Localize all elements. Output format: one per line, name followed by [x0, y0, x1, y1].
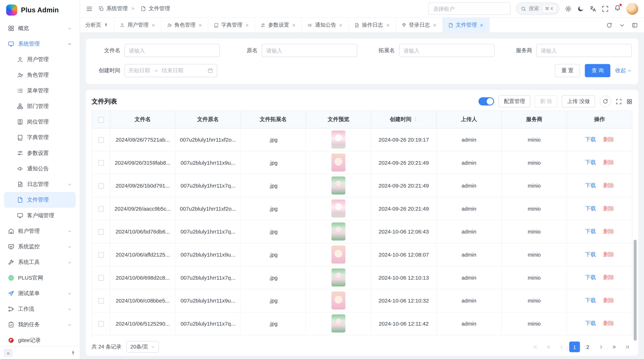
tab-close-icon[interactable]	[292, 23, 296, 27]
hamburger-menu-button[interactable]	[86, 5, 93, 12]
sidebar-item[interactable]: 参数设置	[4, 145, 76, 161]
sidebar-item[interactable]: 文件管理	[4, 192, 76, 208]
translate-icon[interactable]	[590, 5, 596, 12]
next-page-button[interactable]	[596, 342, 606, 352]
delete-link[interactable]: 删除	[603, 159, 614, 165]
notifications-button[interactable]	[614, 4, 621, 13]
tab-close-icon[interactable]	[339, 23, 343, 27]
filter-input[interactable]	[399, 44, 494, 57]
row-checkbox[interactable]	[98, 229, 104, 235]
file-preview-thumbnail[interactable]	[332, 315, 346, 333]
tab-close-icon[interactable]	[198, 23, 202, 27]
sidebar-item[interactable]: 系统管理	[4, 36, 76, 52]
row-checkbox[interactable]	[98, 321, 104, 327]
download-link[interactable]: 下载	[585, 228, 596, 234]
sidebar-pin-icon[interactable]	[70, 350, 76, 356]
file-preview-thumbnail[interactable]	[332, 269, 346, 287]
sidebar-item[interactable]: 字典管理	[4, 130, 76, 145]
layout-panel-icon[interactable]	[632, 22, 638, 28]
tab[interactable]: 文件管理	[442, 18, 490, 32]
tenant-select-input[interactable]	[428, 2, 510, 15]
tab-close-icon[interactable]	[479, 23, 484, 27]
delete-link[interactable]: 删除	[603, 251, 614, 257]
refresh-tab-icon[interactable]	[606, 22, 612, 28]
page-number-button[interactable]: 2	[582, 342, 593, 352]
tab[interactable]: 通知公告	[302, 18, 349, 32]
filter-input[interactable]	[124, 44, 220, 57]
date-range-picker[interactable]: 开始日期 结束日期	[124, 64, 217, 77]
sort-icon[interactable]	[413, 116, 418, 122]
download-link[interactable]: 下载	[585, 205, 596, 211]
sidebar-item[interactable]: 概览	[4, 20, 76, 36]
download-link[interactable]: 下载	[585, 159, 596, 165]
global-search-button[interactable]: 搜索 ⌘ K	[516, 2, 560, 15]
last-page-button[interactable]	[622, 342, 632, 352]
tab[interactable]: 字典管理	[208, 18, 255, 32]
tab[interactable]: 参数设置	[255, 18, 302, 32]
delete-link[interactable]: 删除	[603, 320, 614, 326]
sidebar-item[interactable]: 菜单管理	[4, 83, 76, 98]
tab-close-icon[interactable]	[386, 23, 390, 27]
page-size-select[interactable]: 20条/页	[126, 341, 159, 353]
row-checkbox[interactable]	[98, 206, 104, 212]
sidebar-item[interactable]: 客户端管理	[4, 208, 76, 223]
select-all-checkbox[interactable]	[98, 117, 104, 122]
sidebar-item[interactable]: 日志管理	[4, 176, 76, 192]
sidebar-item[interactable]: 岗位管理	[4, 114, 76, 130]
download-link[interactable]: 下载	[585, 182, 596, 188]
app-logo[interactable]: Plus Admin	[0, 0, 80, 20]
dark-mode-moon-icon[interactable]	[577, 5, 584, 12]
fast-next-button[interactable]	[609, 342, 620, 352]
sidebar-item[interactable]: 角色管理	[4, 67, 76, 83]
download-link[interactable]: 下载	[585, 320, 596, 326]
prev-page-button[interactable]	[556, 342, 567, 352]
sidebar-item[interactable]: gitee记录	[4, 333, 76, 346]
sidebar-item[interactable]: 用户管理	[4, 52, 76, 67]
settings-gear-icon[interactable]	[565, 5, 572, 12]
tab[interactable]: 分析页	[80, 18, 114, 32]
fullscreen-icon[interactable]	[602, 5, 609, 12]
row-checkbox[interactable]	[98, 183, 104, 189]
sidebar-item[interactable]: 通知公告	[4, 161, 76, 176]
tab-close-icon[interactable]	[151, 23, 156, 27]
download-link[interactable]: 下载	[585, 274, 596, 280]
sidebar-collapse-button[interactable]: «	[4, 349, 13, 357]
file-preview-thumbnail[interactable]	[332, 291, 346, 310]
delete-link[interactable]: 删除	[603, 205, 614, 211]
tab-close-icon[interactable]	[245, 23, 249, 27]
filter-input[interactable]	[536, 44, 632, 57]
tab[interactable]: 登录日志	[396, 18, 442, 32]
sidebar-item[interactable]: 租户管理	[4, 223, 76, 239]
file-preview-thumbnail[interactable]	[332, 130, 346, 149]
end-date-placeholder[interactable]: 结束日期	[162, 67, 183, 74]
delete-link[interactable]: 删除	[603, 228, 614, 234]
tab-close-icon[interactable]	[432, 23, 437, 27]
first-page-button[interactable]	[530, 342, 540, 352]
file-preview-thumbnail[interactable]	[332, 200, 346, 218]
delete-link[interactable]: 删除	[603, 297, 614, 303]
reset-button[interactable]: 重 置	[555, 64, 580, 77]
tab[interactable]: 用户管理	[114, 18, 161, 32]
row-checkbox[interactable]	[98, 160, 104, 166]
delete-link[interactable]: 删除	[603, 274, 614, 280]
tab-dropdown-chevron-icon[interactable]	[619, 22, 625, 28]
config-manage-button[interactable]: 配置管理	[498, 95, 530, 108]
tab[interactable]: 角色管理	[161, 18, 208, 32]
breadcrumb-item[interactable]: 系统管理	[98, 5, 128, 12]
row-checkbox[interactable]	[98, 252, 104, 258]
sidebar-item[interactable]: 系统监控	[4, 239, 76, 254]
collapse-filters-link[interactable]: 收起	[615, 67, 632, 74]
sidebar-item[interactable]: 工作流	[4, 301, 76, 317]
sidebar-item[interactable]: 系统工具	[4, 254, 76, 270]
toggle-switch[interactable]	[478, 97, 494, 105]
download-link[interactable]: 下载	[585, 297, 596, 303]
sidebar-item[interactable]: PLUS官网	[4, 270, 76, 286]
row-checkbox[interactable]	[98, 298, 104, 304]
file-preview-thumbnail[interactable]	[332, 222, 346, 241]
sidebar-item[interactable]: 部门管理	[4, 98, 76, 114]
file-preview-thumbnail[interactable]	[332, 176, 346, 195]
query-button[interactable]: 查 询	[585, 64, 610, 77]
refresh-table-button[interactable]	[600, 96, 611, 107]
column-settings-button[interactable]	[626, 98, 632, 104]
delete-link[interactable]: 删除	[603, 182, 614, 188]
